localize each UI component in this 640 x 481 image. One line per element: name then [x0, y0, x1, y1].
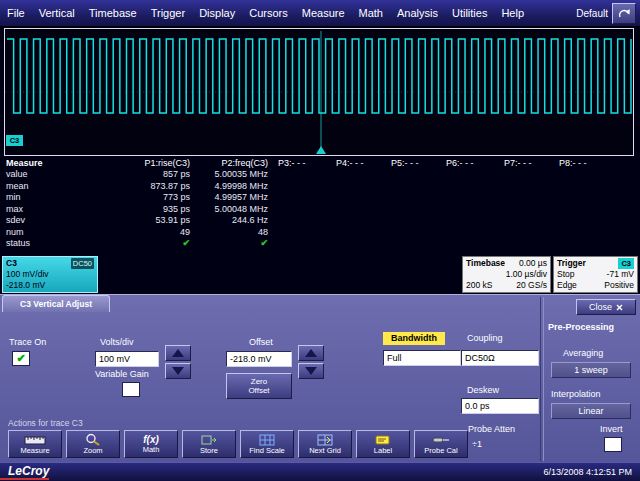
- menu-measure[interactable]: Measure: [295, 0, 352, 26]
- offset-increment-button[interactable]: [298, 345, 324, 361]
- mean-p1: 873.87 ps: [56, 181, 192, 191]
- variable-gain-label: Variable Gain: [95, 369, 149, 379]
- deskew-field[interactable]: 0.0 ps: [461, 398, 539, 414]
- probe-cal-icon: [432, 434, 450, 446]
- menu-vertical[interactable]: Vertical: [32, 0, 82, 26]
- mean-p2: 4.99998 MHz: [192, 181, 270, 191]
- row-label: max: [2, 204, 56, 214]
- lecroy-logo: LeCroy: [0, 465, 49, 480]
- row-label: value: [2, 169, 56, 179]
- close-icon: [616, 304, 623, 311]
- zoom-action-button[interactable]: Zoom: [66, 430, 120, 458]
- menu-utilities[interactable]: Utilities: [445, 0, 494, 26]
- value-p2: 5.00035 MHz: [192, 169, 270, 179]
- find-scale-action-button[interactable]: Find Scale: [240, 430, 294, 458]
- measure-header-p7[interactable]: P7:- - -: [496, 158, 551, 168]
- close-button[interactable]: Close: [576, 299, 636, 315]
- probe-cal-action-button[interactable]: Probe Cal: [414, 430, 468, 458]
- find-scale-icon: [259, 434, 275, 446]
- value-p1: 857 ps: [56, 169, 192, 179]
- menu-help[interactable]: Help: [494, 0, 531, 26]
- measure-header-p8[interactable]: P8:- - -: [551, 158, 638, 168]
- action-label: Next Grid: [309, 447, 341, 455]
- menu-display[interactable]: Display: [192, 0, 242, 26]
- averaging-field[interactable]: 1 sweep: [551, 362, 631, 378]
- probe-atten-value: ÷1: [472, 439, 482, 449]
- measure-row-max: max 935 ps 5.00048 MHz: [2, 203, 638, 215]
- measure-header-p6[interactable]: P6:- - -: [438, 158, 496, 168]
- menu-trigger[interactable]: Trigger: [144, 0, 192, 26]
- down-arrow-icon: [172, 367, 184, 375]
- timebase-rate: 20 GS/s: [516, 280, 547, 291]
- measure-row-min: min 773 ps 4.99957 MHz: [2, 192, 638, 204]
- volts-decrement-button[interactable]: [165, 363, 191, 379]
- math-fx-icon: f(x): [143, 435, 159, 445]
- sdev-p2: 244.6 Hz: [192, 215, 270, 225]
- menu-math[interactable]: Math: [352, 0, 390, 26]
- store-action-button[interactable]: Store: [182, 430, 236, 458]
- measure-action-button[interactable]: Measure: [8, 430, 62, 458]
- variable-gain-checkbox[interactable]: [122, 382, 140, 397]
- measure-header-p3[interactable]: P3:- - -: [270, 158, 328, 168]
- undo-button[interactable]: [612, 3, 636, 24]
- measure-header-p4[interactable]: P4:- - -: [328, 158, 383, 168]
- channel-descriptor-c3[interactable]: C3 DC50 100 mV/div -218.0 mV: [2, 256, 98, 293]
- undo-icon: [617, 7, 631, 19]
- bandwidth-field[interactable]: Full: [383, 350, 461, 366]
- offset-field[interactable]: -218.0 mV: [226, 351, 292, 367]
- volts-div-field[interactable]: 100 mV: [95, 351, 159, 367]
- coupling-field[interactable]: DC50Ω: [461, 350, 539, 366]
- volts-increment-button[interactable]: [165, 345, 191, 361]
- action-label: Probe Cal: [424, 447, 457, 455]
- interpolation-field[interactable]: Linear: [551, 403, 631, 419]
- trigger-mode: Stop: [557, 269, 575, 280]
- action-label: Label: [374, 447, 392, 455]
- bandwidth-label: Bandwidth: [383, 332, 445, 345]
- trigger-position-icon[interactable]: [316, 146, 326, 154]
- num-p1: 49: [56, 227, 192, 237]
- min-p1: 773 ps: [56, 192, 192, 202]
- volts-div-label: Volts/div: [100, 337, 134, 347]
- menu-timebase[interactable]: Timebase: [82, 0, 144, 26]
- measure-table: Measure P1:rise(C3) P2:freq(C3) P3:- - -…: [2, 157, 638, 249]
- default-setup-label[interactable]: Default: [576, 8, 612, 19]
- actions-row: Measure Zoom f(x) Math Store: [8, 430, 468, 458]
- down-arrow-icon: [305, 367, 317, 375]
- offset-label: Offset: [249, 337, 273, 347]
- invert-checkbox[interactable]: [604, 437, 622, 452]
- measure-header-p1[interactable]: P1:rise(C3): [56, 158, 192, 168]
- zero-offset-button[interactable]: Zero Offset: [226, 373, 292, 399]
- action-label: Math: [143, 446, 160, 454]
- trace-on-checkbox[interactable]: ✔: [12, 351, 30, 366]
- timebase-descriptor[interactable]: Timebase 0.00 µs 1.00 µs/div 200 kS 20 G…: [462, 256, 551, 293]
- up-arrow-icon: [305, 349, 317, 357]
- row-label: mean: [2, 181, 56, 191]
- num-p2: 48: [192, 227, 270, 237]
- measure-header-p5[interactable]: P5:- - -: [383, 158, 438, 168]
- menu-file[interactable]: File: [0, 0, 32, 26]
- next-grid-action-button[interactable]: Next Grid: [298, 430, 352, 458]
- measure-row-mean: mean 873.87 ps 4.99998 MHz: [2, 180, 638, 192]
- trigger-descriptor[interactable]: Trigger C3 Stop -71 mV Edge Positive: [553, 256, 638, 293]
- tab-c3-vertical-adjust[interactable]: C3 Vertical Adjust: [2, 295, 110, 312]
- channel-position-marker[interactable]: C3: [6, 135, 23, 146]
- action-label: Store: [200, 447, 218, 455]
- menu-cursors[interactable]: Cursors: [242, 0, 295, 26]
- label-action-button[interactable]: Label: [356, 430, 410, 458]
- checkmark-icon: ✔: [16, 353, 25, 364]
- action-label: Measure: [20, 447, 49, 455]
- label-icon: [375, 434, 391, 446]
- row-label: status: [2, 238, 56, 248]
- offset-decrement-button[interactable]: [298, 363, 324, 379]
- action-label: Find Scale: [249, 447, 284, 455]
- coupling-label: Coupling: [467, 333, 503, 343]
- measure-header-p2[interactable]: P2:freq(C3): [192, 158, 270, 168]
- zero-offset-label: Zero Offset: [242, 377, 276, 395]
- status-ok-icon-p1: ✔: [56, 238, 192, 248]
- math-action-button[interactable]: f(x) Math: [124, 430, 178, 458]
- row-label: min: [2, 192, 56, 202]
- measure-table-header: Measure P1:rise(C3) P2:freq(C3) P3:- - -…: [2, 157, 638, 169]
- status-ok-icon-p2: ✔: [192, 238, 270, 248]
- preprocessing-title: Pre-Processing: [548, 322, 614, 332]
- menu-analysis[interactable]: Analysis: [390, 0, 445, 26]
